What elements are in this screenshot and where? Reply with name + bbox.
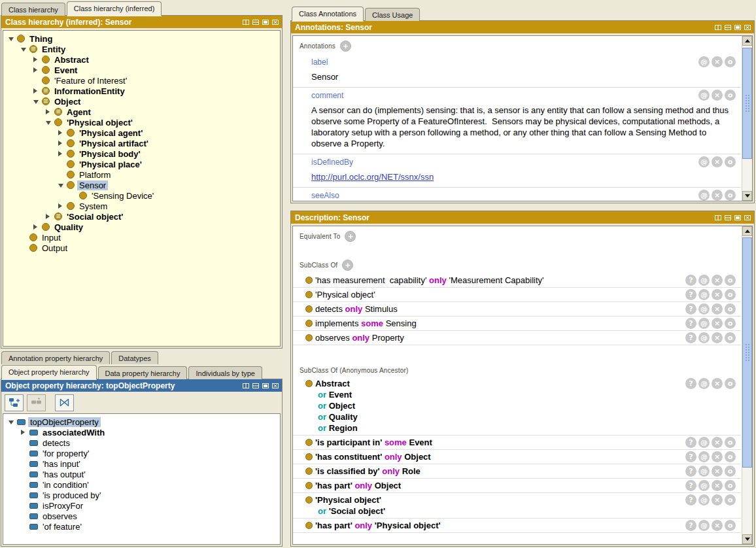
delete-button[interactable]: ×	[712, 466, 723, 477]
explain-button[interactable]: ?	[685, 520, 696, 531]
delete-button[interactable]: ×	[712, 318, 723, 329]
tree-item[interactable]: topObjectProperty	[3, 417, 280, 427]
delete-button[interactable]: ×	[712, 289, 723, 300]
tree-item[interactable]: 'Physical body'	[3, 148, 280, 159]
float-window-icon[interactable]	[262, 18, 269, 26]
tab-class-hierarchy-inferred[interactable]: Class hierarchy (inferred)	[67, 1, 162, 16]
split-horizontally-icon[interactable]	[724, 24, 732, 31]
expand-arrow-icon[interactable]	[21, 430, 29, 435]
expand-arrow-icon[interactable]	[58, 130, 67, 135]
edit-button[interactable]: o	[725, 378, 736, 389]
expand-arrow-icon[interactable]	[33, 224, 42, 230]
scroll-up-button[interactable]	[742, 36, 752, 46]
expand-arrow-icon[interactable]	[33, 88, 42, 94]
collapse-arrow-icon[interactable]	[9, 420, 17, 424]
description-axiom-row[interactable]: implements some Sensing?@×o	[293, 317, 741, 331]
description-axiom-row[interactable]: 'has measurement capability' only 'Measu…	[293, 273, 741, 288]
edit-button[interactable]: o	[725, 56, 736, 67]
tree-item[interactable]: observes	[3, 511, 280, 521]
tree-item[interactable]: Quality	[3, 222, 280, 232]
scroll-down-button[interactable]	[742, 191, 752, 201]
tab-data-property-hierarchy[interactable]: Data property hierarchy	[98, 366, 188, 379]
annotate-button[interactable]: @	[698, 437, 710, 448]
scrollbar-thumb[interactable]	[742, 237, 752, 468]
split-horizontally-icon[interactable]	[252, 18, 260, 26]
delete-button[interactable]: ×	[712, 437, 723, 448]
delete-button[interactable]: ×	[712, 275, 723, 286]
delete-button[interactable]: ×	[712, 156, 723, 167]
annotate-button[interactable]: @	[698, 451, 710, 462]
annotate-button[interactable]: @	[698, 520, 710, 531]
collapse-arrow-icon[interactable]	[21, 47, 29, 52]
delete-button[interactable]: ×	[712, 190, 723, 201]
tree-item[interactable]: Agent	[3, 107, 280, 117]
description-axiom-row[interactable]: Abstractor Eventor Objector Qualityor Re…	[293, 377, 741, 436]
add-equivalent-to-button[interactable]: +	[345, 231, 356, 242]
delete-button[interactable]: ×	[712, 332, 723, 343]
tree-item[interactable]: 'has input'	[3, 458, 280, 469]
tab-class-usage[interactable]: Class Usage	[365, 8, 420, 21]
explain-button[interactable]: ?	[685, 378, 696, 389]
delete-button[interactable]: ×	[712, 480, 723, 491]
annotation-property-name[interactable]: isDefinedBy	[311, 158, 353, 167]
annotate-button[interactable]: @	[698, 318, 710, 329]
split-vertically-icon[interactable]	[714, 24, 722, 31]
explain-button[interactable]: ?	[685, 437, 696, 448]
annotate-button[interactable]: @	[698, 156, 710, 167]
explain-button[interactable]: ?	[685, 303, 696, 315]
delete-button[interactable]: ×	[712, 494, 723, 505]
tree-item[interactable]: Object	[3, 96, 280, 107]
tree-item[interactable]: Entity	[3, 44, 280, 54]
scroll-up-button[interactable]	[742, 226, 752, 236]
split-horizontally-icon[interactable]	[252, 382, 260, 390]
add-annotation-button[interactable]: +	[340, 41, 351, 52]
tree-item[interactable]: Abstract	[3, 54, 280, 65]
edit-button[interactable]: o	[725, 332, 736, 343]
float-window-icon[interactable]	[734, 214, 742, 222]
annotate-button[interactable]: @	[698, 90, 710, 101]
expand-arrow-icon[interactable]	[46, 109, 54, 114]
add-subclass-of-button[interactable]: +	[342, 260, 353, 271]
expand-arrow-icon[interactable]	[33, 57, 42, 62]
edit-button[interactable]: o	[725, 318, 736, 329]
tree-item[interactable]: Sensor	[3, 180, 280, 190]
collapse-arrow-icon[interactable]	[58, 183, 67, 188]
description-scrollbar[interactable]	[742, 226, 752, 544]
annotations-scrollbar[interactable]	[742, 36, 752, 201]
split-vertically-icon[interactable]	[242, 382, 250, 390]
collapse-arrow-icon[interactable]	[33, 99, 42, 104]
tree-item[interactable]: Input	[3, 232, 280, 243]
tree-item[interactable]: InformationEntity	[3, 86, 280, 96]
annotate-button[interactable]: @	[698, 378, 710, 389]
edit-button[interactable]: o	[725, 303, 736, 315]
tree-item[interactable]: 'Physical artifact'	[3, 138, 280, 148]
delete-button[interactable]: ×	[712, 90, 723, 101]
edit-button[interactable]: o	[725, 466, 736, 477]
annotate-button[interactable]: @	[698, 480, 710, 491]
description-axiom-row[interactable]: 'Physical object'?@×o	[293, 288, 741, 302]
annotate-button[interactable]: @	[698, 56, 710, 67]
description-axiom-row[interactable]: 'is classified by' only Role?@×o	[293, 464, 741, 479]
tab-individuals-by-type[interactable]: Individuals by type	[188, 366, 262, 379]
add-sub-property-button[interactable]	[5, 394, 24, 411]
scroll-down-button[interactable]	[742, 534, 752, 544]
edit-button[interactable]: o	[725, 494, 736, 505]
annotation-property-name[interactable]: seeAlso	[311, 191, 339, 200]
edit-button[interactable]: o	[725, 520, 736, 531]
annotate-button[interactable]: @	[698, 332, 710, 343]
tree-item[interactable]: 'in condition'	[3, 479, 280, 490]
tree-item[interactable]: Thing	[3, 33, 280, 44]
description-axiom-row[interactable]: 'has constituent' only Object?@×o	[293, 450, 741, 464]
edit-button[interactable]: o	[725, 437, 736, 448]
annotation-property-name[interactable]: comment	[311, 91, 343, 100]
tab-class-annotations[interactable]: Class Annotations	[292, 7, 364, 21]
edit-button[interactable]: o	[725, 289, 736, 300]
tab-object-property-hierarchy[interactable]: Object property hierarchy	[1, 365, 97, 379]
split-horizontally-icon[interactable]	[724, 214, 732, 222]
tree-item[interactable]: 'is produced by'	[3, 490, 280, 500]
tab-class-hierarchy[interactable]: Class hierarchy	[1, 3, 65, 16]
tree-item[interactable]: 'Physical agent'	[3, 128, 280, 138]
edit-button[interactable]: o	[725, 156, 736, 167]
annotate-button[interactable]: @	[698, 289, 710, 300]
tree-item[interactable]: isProxyFor	[3, 500, 280, 511]
